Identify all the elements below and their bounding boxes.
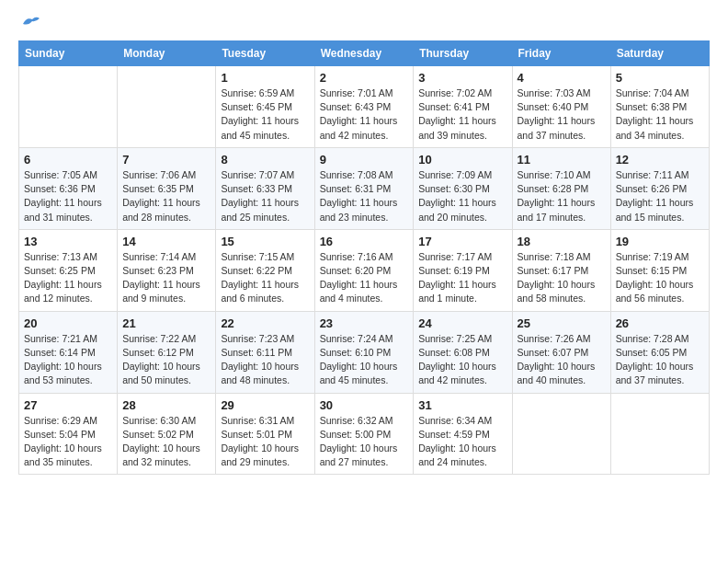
calendar-cell: 30Sunrise: 6:32 AM Sunset: 5:00 PM Dayli…	[314, 393, 414, 475]
day-number: 2	[320, 71, 409, 85]
calendar-cell: 13Sunrise: 7:13 AM Sunset: 6:25 PM Dayli…	[19, 229, 118, 311]
day-number: 22	[221, 316, 309, 330]
calendar-cell: 25Sunrise: 7:26 AM Sunset: 6:07 PM Dayli…	[512, 311, 610, 393]
day-info: Sunrise: 7:03 AM Sunset: 6:40 PM Dayligh…	[518, 86, 606, 143]
day-info: Sunrise: 6:59 AM Sunset: 6:45 PM Dayligh…	[221, 86, 309, 143]
day-number: 25	[518, 316, 606, 330]
day-number: 11	[518, 153, 606, 167]
calendar-cell: 16Sunrise: 7:16 AM Sunset: 6:20 PM Dayli…	[314, 229, 414, 311]
day-info: Sunrise: 7:09 AM Sunset: 6:30 PM Dayligh…	[418, 168, 506, 224]
day-number: 1	[221, 71, 309, 85]
calendar-cell: 15Sunrise: 7:15 AM Sunset: 6:22 PM Dayli…	[216, 229, 314, 311]
day-number: 14	[122, 235, 210, 248]
day-number: 20	[24, 316, 112, 330]
calendar-week-row: 27Sunrise: 6:29 AM Sunset: 5:04 PM Dayli…	[19, 393, 710, 475]
calendar-cell	[19, 66, 118, 148]
day-info: Sunrise: 7:08 AM Sunset: 6:31 PM Dayligh…	[320, 168, 409, 224]
day-number: 4	[518, 71, 606, 85]
day-header-wednesday: Wednesday	[314, 41, 414, 66]
calendar-cell	[118, 66, 216, 148]
calendar-week-row: 20Sunrise: 7:21 AM Sunset: 6:14 PM Dayli…	[19, 311, 710, 393]
day-info: Sunrise: 7:04 AM Sunset: 6:38 PM Dayligh…	[616, 86, 704, 143]
day-info: Sunrise: 7:21 AM Sunset: 6:14 PM Dayligh…	[24, 332, 112, 388]
day-number: 3	[418, 71, 506, 85]
day-number: 21	[122, 316, 210, 330]
day-info: Sunrise: 7:06 AM Sunset: 6:35 PM Dayligh…	[122, 168, 210, 224]
calendar-cell	[610, 393, 709, 475]
calendar-cell: 14Sunrise: 7:14 AM Sunset: 6:23 PM Dayli…	[118, 229, 216, 311]
calendar-cell: 24Sunrise: 7:25 AM Sunset: 6:08 PM Dayli…	[414, 311, 512, 393]
day-number: 16	[320, 235, 409, 248]
day-header-sunday: Sunday	[19, 41, 118, 66]
calendar-cell: 4Sunrise: 7:03 AM Sunset: 6:40 PM Daylig…	[512, 66, 610, 148]
calendar-cell: 28Sunrise: 6:30 AM Sunset: 5:02 PM Dayli…	[118, 393, 216, 475]
header	[18, 18, 710, 31]
day-number: 12	[616, 153, 704, 167]
day-info: Sunrise: 7:24 AM Sunset: 6:10 PM Dayligh…	[320, 332, 409, 388]
calendar-cell: 8Sunrise: 7:07 AM Sunset: 6:33 PM Daylig…	[216, 147, 314, 229]
day-info: Sunrise: 7:07 AM Sunset: 6:33 PM Dayligh…	[221, 168, 309, 224]
day-info: Sunrise: 7:28 AM Sunset: 6:05 PM Dayligh…	[616, 332, 704, 388]
day-number: 26	[616, 316, 704, 330]
day-number: 24	[418, 316, 506, 330]
calendar-cell: 29Sunrise: 6:31 AM Sunset: 5:01 PM Dayli…	[216, 393, 314, 475]
calendar-header-row: SundayMondayTuesdayWednesdayThursdayFrid…	[19, 41, 710, 66]
day-number: 30	[320, 398, 409, 412]
day-info: Sunrise: 6:31 AM Sunset: 5:01 PM Dayligh…	[221, 414, 309, 470]
calendar-cell: 5Sunrise: 7:04 AM Sunset: 6:38 PM Daylig…	[610, 66, 709, 148]
calendar-cell: 19Sunrise: 7:19 AM Sunset: 6:15 PM Dayli…	[610, 229, 709, 311]
day-number: 6	[24, 153, 112, 167]
day-number: 7	[122, 153, 210, 167]
calendar-cell: 17Sunrise: 7:17 AM Sunset: 6:19 PM Dayli…	[414, 229, 512, 311]
bird-icon	[21, 15, 41, 31]
day-number: 17	[418, 235, 506, 248]
day-number: 18	[518, 235, 606, 248]
day-info: Sunrise: 6:29 AM Sunset: 5:04 PM Dayligh…	[24, 414, 112, 470]
day-number: 29	[221, 398, 309, 412]
calendar-cell: 12Sunrise: 7:11 AM Sunset: 6:26 PM Dayli…	[610, 147, 709, 229]
calendar-cell: 26Sunrise: 7:28 AM Sunset: 6:05 PM Dayli…	[610, 311, 709, 393]
day-header-tuesday: Tuesday	[216, 41, 314, 66]
day-number: 9	[320, 153, 409, 167]
calendar-week-row: 13Sunrise: 7:13 AM Sunset: 6:25 PM Dayli…	[19, 229, 710, 311]
calendar-week-row: 1Sunrise: 6:59 AM Sunset: 6:45 PM Daylig…	[19, 66, 710, 148]
calendar-cell: 10Sunrise: 7:09 AM Sunset: 6:30 PM Dayli…	[414, 147, 512, 229]
day-number: 28	[122, 398, 210, 412]
day-info: Sunrise: 7:14 AM Sunset: 6:23 PM Dayligh…	[122, 250, 210, 306]
day-info: Sunrise: 7:01 AM Sunset: 6:43 PM Dayligh…	[320, 86, 409, 143]
day-number: 13	[24, 235, 112, 248]
day-info: Sunrise: 7:23 AM Sunset: 6:11 PM Dayligh…	[221, 332, 309, 388]
day-number: 8	[221, 153, 309, 167]
day-number: 19	[616, 235, 704, 248]
calendar-cell	[512, 393, 610, 475]
day-number: 27	[24, 398, 112, 412]
day-info: Sunrise: 7:16 AM Sunset: 6:20 PM Dayligh…	[320, 250, 409, 306]
day-info: Sunrise: 7:17 AM Sunset: 6:19 PM Dayligh…	[418, 250, 506, 306]
calendar-cell: 27Sunrise: 6:29 AM Sunset: 5:04 PM Dayli…	[19, 393, 118, 475]
day-info: Sunrise: 7:02 AM Sunset: 6:41 PM Dayligh…	[418, 86, 506, 143]
calendar-cell: 3Sunrise: 7:02 AM Sunset: 6:41 PM Daylig…	[414, 66, 512, 148]
day-info: Sunrise: 6:30 AM Sunset: 5:02 PM Dayligh…	[122, 414, 210, 470]
day-header-thursday: Thursday	[414, 41, 512, 66]
day-number: 10	[418, 153, 506, 167]
calendar-cell: 11Sunrise: 7:10 AM Sunset: 6:28 PM Dayli…	[512, 147, 610, 229]
day-info: Sunrise: 7:05 AM Sunset: 6:36 PM Dayligh…	[24, 168, 112, 224]
day-number: 15	[221, 235, 309, 248]
calendar-cell: 9Sunrise: 7:08 AM Sunset: 6:31 PM Daylig…	[314, 147, 414, 229]
calendar-cell: 18Sunrise: 7:18 AM Sunset: 6:17 PM Dayli…	[512, 229, 610, 311]
day-header-monday: Monday	[118, 41, 216, 66]
day-info: Sunrise: 7:25 AM Sunset: 6:08 PM Dayligh…	[418, 332, 506, 388]
day-number: 31	[418, 398, 506, 412]
calendar-cell: 1Sunrise: 6:59 AM Sunset: 6:45 PM Daylig…	[216, 66, 314, 148]
day-info: Sunrise: 7:26 AM Sunset: 6:07 PM Dayligh…	[518, 332, 606, 388]
calendar-cell: 7Sunrise: 7:06 AM Sunset: 6:35 PM Daylig…	[118, 147, 216, 229]
day-info: Sunrise: 7:19 AM Sunset: 6:15 PM Dayligh…	[616, 250, 704, 306]
day-info: Sunrise: 7:10 AM Sunset: 6:28 PM Dayligh…	[518, 168, 606, 224]
calendar-cell: 22Sunrise: 7:23 AM Sunset: 6:11 PM Dayli…	[216, 311, 314, 393]
day-info: Sunrise: 6:34 AM Sunset: 4:59 PM Dayligh…	[418, 414, 506, 470]
calendar-cell: 31Sunrise: 6:34 AM Sunset: 4:59 PM Dayli…	[414, 393, 512, 475]
calendar-cell: 2Sunrise: 7:01 AM Sunset: 6:43 PM Daylig…	[314, 66, 414, 148]
calendar-week-row: 6Sunrise: 7:05 AM Sunset: 6:36 PM Daylig…	[19, 147, 710, 229]
day-header-friday: Friday	[512, 41, 610, 66]
day-info: Sunrise: 7:13 AM Sunset: 6:25 PM Dayligh…	[24, 250, 112, 306]
